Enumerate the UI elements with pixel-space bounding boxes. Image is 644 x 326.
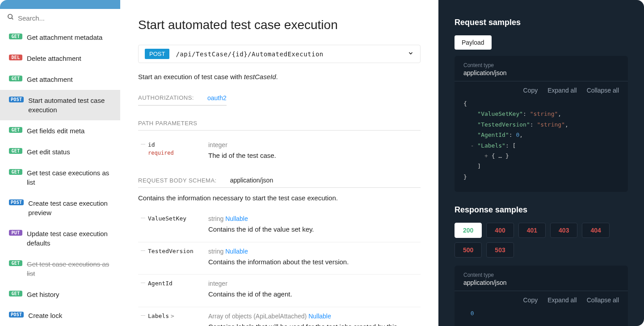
sidebar-item-5[interactable]: GETGet edit status xyxy=(0,141,120,162)
param-desc: Contains labels that will be used for th… xyxy=(208,322,421,326)
payload-tab[interactable]: Payload xyxy=(455,35,492,50)
param-type: integer xyxy=(208,279,421,288)
param-name-col: AgentId xyxy=(148,279,199,300)
response-code-header: Content type application/json xyxy=(455,266,628,291)
authorizations-label: AUTHORIZATIONS: oauth2 xyxy=(138,94,227,106)
method-badge: POST xyxy=(9,199,24,205)
sidebar-item-2[interactable]: GETGet attachment xyxy=(0,69,120,90)
param-name-col: TestedVersion xyxy=(148,247,199,267)
param-desc: The id of the test case. xyxy=(208,151,421,161)
path-parameters-list: idrequiredinteger The id of the test cas… xyxy=(138,136,421,168)
page-title: Start automated test case execution xyxy=(138,18,421,32)
sidebar-item-0[interactable]: GETGet attachment metadata xyxy=(0,27,120,48)
app-root: GETGet attachment metadataDELDelete atta… xyxy=(0,0,644,326)
param-type: string Nullable xyxy=(208,214,421,224)
content-type-label: Content type xyxy=(463,62,619,68)
response-code-block: Content type application/json Copy Expan… xyxy=(455,266,628,326)
sidebar-item-4[interactable]: GETGet fields edit meta xyxy=(0,120,120,141)
response-code-404[interactable]: 404 xyxy=(582,223,609,238)
code-header: Content type application/json xyxy=(455,56,628,81)
param-row: AgentIdinteger Contains the id of the ag… xyxy=(138,275,421,307)
method-badge: POST xyxy=(9,312,24,318)
sidebar-item-10[interactable]: GETGet history xyxy=(0,284,120,305)
search-input[interactable] xyxy=(18,14,113,22)
copy-button-2[interactable]: Copy xyxy=(523,296,538,304)
method-badge: GET xyxy=(9,260,22,266)
sidebar: GETGet attachment metadataDELDelete atta… xyxy=(0,0,120,326)
endpoint-description: Start an execution of test case with tes… xyxy=(138,73,421,80)
param-desc-col: Array of objects (ApiLabelAttached) Null… xyxy=(208,312,421,326)
response-code-400[interactable]: 400 xyxy=(486,223,514,238)
chevron-down-icon[interactable] xyxy=(408,49,414,59)
collapse-all-button[interactable]: Collapse all xyxy=(587,87,619,94)
response-code-503[interactable]: 503 xyxy=(486,242,514,258)
param-desc-col: integer The id of the test case. xyxy=(208,140,421,161)
method-badge: PUT xyxy=(9,230,22,236)
sidebar-item-label: Create test case execution preview xyxy=(28,199,111,217)
param-row: Labels>Array of objects (ApiLabelAttache… xyxy=(138,307,421,326)
request-code-block: Content type application/json Copy Expan… xyxy=(455,56,628,192)
expand-icon[interactable]: > xyxy=(171,313,174,319)
endpoint-method-badge: POST xyxy=(145,49,169,59)
param-name: ValueSetKey xyxy=(148,215,186,222)
copy-button[interactable]: Copy xyxy=(523,87,538,94)
response-codes: 200400401403404500503 xyxy=(455,223,628,258)
svg-line-1 xyxy=(12,18,13,19)
param-desc-col: string NullableContains the information … xyxy=(208,247,421,267)
sidebar-item-11[interactable]: POSTCreate lock xyxy=(0,305,120,326)
method-badge: GET xyxy=(9,76,22,81)
response-code-200[interactable]: 200 xyxy=(455,223,482,238)
method-badge: GET xyxy=(9,148,22,154)
method-badge: POST xyxy=(9,97,24,102)
sidebar-item-label: Get attachment xyxy=(27,75,73,84)
expand-all-button-2[interactable]: Expand all xyxy=(547,296,577,304)
search-box[interactable] xyxy=(0,9,120,27)
method-badge: GET xyxy=(9,34,22,39)
request-code-body: { "ValueSetKey": "string", "TestedVersio… xyxy=(455,97,628,186)
content-type-value-2: application/json xyxy=(463,279,619,286)
content-type-label-2: Content type xyxy=(463,272,619,278)
response-code-403[interactable]: 403 xyxy=(550,223,577,238)
sidebar-header xyxy=(0,0,120,9)
param-name: Labels xyxy=(148,313,169,319)
sidebar-item-9[interactable]: GETGet test case executions as list xyxy=(0,254,120,284)
param-type: string Nullable xyxy=(208,247,421,256)
param-row: ValueSetKeystring NullableContains the i… xyxy=(138,210,421,242)
sidebar-item-label: Get attachment metadata xyxy=(27,33,102,42)
sidebar-items: GETGet attachment metadataDELDelete atta… xyxy=(0,27,120,326)
auth-scheme[interactable]: oauth2 xyxy=(207,94,227,102)
param-name-col: idrequired xyxy=(148,140,199,161)
response-code-body: 0 xyxy=(455,306,628,322)
sidebar-item-label: Get test case executions as list xyxy=(27,259,111,278)
param-required: required xyxy=(148,149,199,157)
endpoint-row[interactable]: POST /api/TestCase/{id}/AutomatedExecuti… xyxy=(138,45,421,63)
sidebar-item-6[interactable]: GETGet test case executions as list xyxy=(0,162,120,193)
sidebar-item-8[interactable]: PUTUpdate test case execution defaults xyxy=(0,223,120,254)
response-samples-heading: Response samples xyxy=(455,205,628,215)
param-name-col: ValueSetKey xyxy=(148,214,199,235)
param-desc: Contains the id of the agent. xyxy=(208,289,421,300)
param-name: AgentId xyxy=(148,280,173,287)
sidebar-item-label: Delete attachment xyxy=(27,54,81,63)
path-parameters-label: PATH PARAMETERS xyxy=(138,120,421,131)
sidebar-item-7[interactable]: POSTCreate test case execution preview xyxy=(0,193,120,223)
param-desc-col: string NullableContains the id of the va… xyxy=(208,214,421,235)
sidebar-item-3[interactable]: POSTStart automated test case execution xyxy=(0,90,120,120)
method-badge: DEL xyxy=(9,55,22,60)
expand-all-button[interactable]: Expand all xyxy=(547,87,577,94)
samples-panel: Request samples Payload Content type app… xyxy=(438,0,644,326)
response-code-401[interactable]: 401 xyxy=(518,223,546,238)
endpoint-path: /api/TestCase/{id}/AutomatedExecution xyxy=(176,51,408,58)
method-badge: GET xyxy=(9,291,22,296)
response-code-actions: Copy Expand all Collapse all xyxy=(455,291,628,306)
sidebar-item-label: Get fields edit meta xyxy=(27,126,84,135)
sidebar-item-1[interactable]: DELDelete attachment xyxy=(0,48,120,69)
collapse-all-button-2[interactable]: Collapse all xyxy=(587,296,619,304)
request-samples-heading: Request samples xyxy=(455,18,628,27)
sidebar-item-label: Create lock xyxy=(28,311,62,320)
sidebar-item-label: Start automated test case execution xyxy=(28,96,111,114)
response-code-500[interactable]: 500 xyxy=(455,242,482,258)
method-badge: GET xyxy=(9,127,22,133)
request-body-schema-label: REQUEST BODY SCHEMA: application/json xyxy=(138,177,421,188)
method-badge: GET xyxy=(9,169,22,175)
